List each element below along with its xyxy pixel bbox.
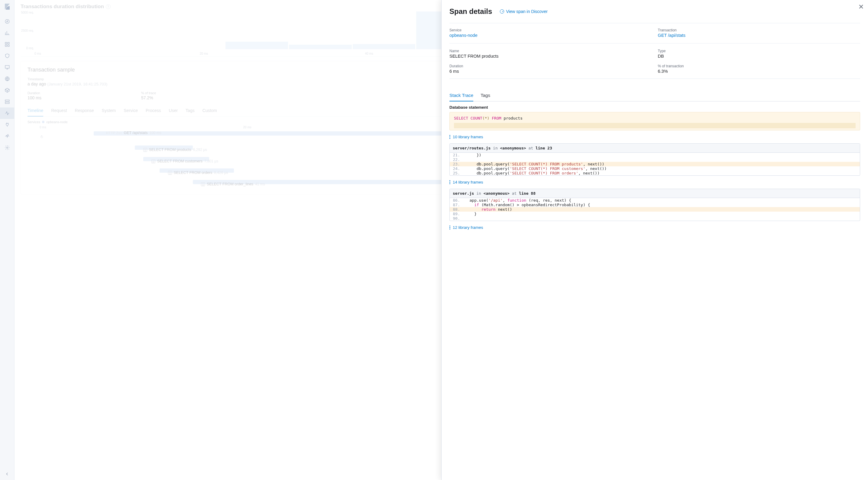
- span-meta-grid: Serviceopbeans-node TransactionGET /api/…: [450, 23, 860, 79]
- name-label: Name: [450, 49, 652, 53]
- library-frames-toggle[interactable]: 10 library frames: [450, 135, 860, 139]
- svg-rect-5: [5, 66, 9, 68]
- nav-maps-icon[interactable]: [0, 73, 14, 84]
- name-value: SELECT FROM products: [450, 54, 652, 59]
- db-statement-block: SELECT COUNT(*) FROM products: [450, 112, 860, 130]
- code-line: 25. db.pool.query('SELECT COUNT(*) FROM …: [450, 171, 860, 175]
- code-line: 86. app.use('/api', function (req, res, …: [450, 198, 860, 203]
- library-frames-toggle[interactable]: 12 library frames: [450, 225, 860, 230]
- svg-rect-8: [5, 102, 9, 104]
- code-line: 89. }: [450, 212, 860, 216]
- discover-link-label: View span in Discover: [506, 9, 547, 14]
- nav-gear-icon[interactable]: [0, 142, 14, 153]
- svg-rect-7: [5, 100, 9, 101]
- nav-visualize-icon[interactable]: [0, 27, 14, 39]
- frame-header: server.js in <anonymous> at line 88: [450, 189, 860, 198]
- page: Transactions duration distribution ? 500…: [14, 0, 868, 480]
- code-line: 23. db.pool.query('SELECT COUNT(*) FROM …: [450, 162, 860, 166]
- library-frames-label: 14 library frames: [453, 180, 483, 184]
- svg-rect-2: [7, 42, 9, 44]
- flyout-title: Span details: [450, 7, 492, 16]
- library-frames-toggle[interactable]: 14 library frames: [450, 180, 860, 184]
- nav-infra-icon[interactable]: [0, 96, 14, 107]
- service-link[interactable]: opbeans-node: [450, 33, 652, 38]
- flyout-tabs: Stack Trace Tags: [450, 90, 860, 101]
- span-details-flyout: ✕ Span details View span in Discover Ser…: [441, 0, 868, 480]
- svg-rect-1: [5, 42, 7, 44]
- span-duration-label: Duration: [450, 64, 652, 68]
- stack-frame-2: server.js in <anonymous> at line 88 86. …: [450, 189, 860, 221]
- nav-shield-icon[interactable]: [0, 50, 14, 62]
- svg-rect-4: [7, 45, 9, 46]
- nav-compass-icon[interactable]: [0, 16, 14, 27]
- db-scroll-track[interactable]: [454, 123, 856, 128]
- code-line: 22.: [450, 157, 860, 162]
- svg-point-9: [6, 147, 8, 148]
- nav-dashboard-icon[interactable]: [0, 39, 14, 50]
- nav-plug-icon[interactable]: [0, 119, 14, 130]
- stack-frame-1: server/routes.js in <anonymous> at line …: [450, 143, 860, 176]
- code-line: 90.: [450, 216, 860, 221]
- pct-txn-label: % of transaction: [658, 64, 861, 68]
- nav-canvas-icon[interactable]: [0, 62, 14, 73]
- pct-txn-value: 6.3%: [658, 69, 861, 74]
- kibana-logo-icon[interactable]: [2, 2, 12, 11]
- library-frames-label: 12 library frames: [453, 225, 483, 230]
- nav-rail: [0, 0, 14, 480]
- nav-apm-icon[interactable]: [0, 107, 14, 119]
- service-label: Service: [450, 28, 652, 32]
- tab-stack-trace[interactable]: Stack Trace: [450, 90, 473, 101]
- discover-icon: [500, 9, 504, 13]
- code-line: 87. if (Math.random() > opbeansRedirectP…: [450, 203, 860, 207]
- svg-point-0: [5, 19, 9, 24]
- tab-tags[interactable]: Tags: [480, 90, 490, 101]
- svg-rect-3: [5, 45, 7, 46]
- type-label: Type: [658, 49, 861, 53]
- code-line: 24. db.pool.query('SELECT COUNT(*) FROM …: [450, 166, 860, 171]
- code-line: 21. }): [450, 153, 860, 157]
- transaction-label: Transaction: [658, 28, 861, 32]
- nav-package-icon[interactable]: [0, 84, 14, 96]
- type-value: DB: [658, 54, 861, 59]
- close-icon[interactable]: ✕: [858, 4, 864, 10]
- nav-collapse-icon[interactable]: [0, 468, 14, 480]
- transaction-link[interactable]: GET /api/stats: [658, 33, 861, 38]
- nav-uptime-icon[interactable]: [0, 130, 14, 142]
- library-frames-label: 10 library frames: [453, 135, 483, 139]
- code-line: 88. return next(): [450, 207, 860, 212]
- span-duration-value: 6 ms: [450, 69, 652, 74]
- db-statement-label: Database statement: [450, 105, 860, 110]
- view-in-discover-link[interactable]: View span in Discover: [500, 9, 547, 14]
- frame-header: server/routes.js in <anonymous> at line …: [450, 144, 860, 153]
